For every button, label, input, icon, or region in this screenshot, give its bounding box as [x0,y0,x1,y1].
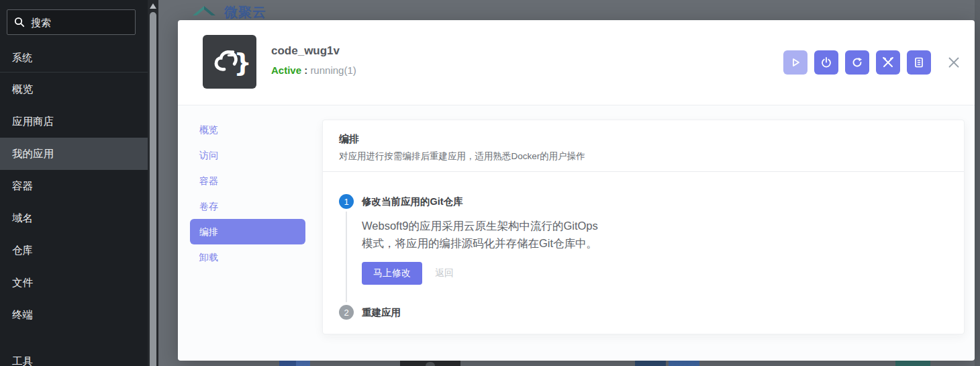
close-icon [947,56,961,69]
background-app-icon [895,361,930,366]
status-value: running(1) [310,64,356,76]
page-scrollbar[interactable] [975,0,980,366]
app-detail-modal: } code_wug1v Active : running(1) [178,20,975,361]
sidebar-item-containers[interactable]: 容器 [0,170,148,202]
sidebar: 系统 概览 应用商店 我的应用 容器 域名 仓库 文件 终端 工具 [0,0,148,366]
step-1-description-line-2: 模式，将应用的编排源码化并存储在Git仓库中。 [362,234,948,252]
brand-logo: 微聚云 [191,3,266,21]
orchestration-panel: 编排 对应用进行按需编排后重建应用，适用熟悉Docker的用户操作 1 修改当前… [322,120,965,334]
sidebar-menu: 概览 应用商店 我的应用 容器 域名 仓库 文件 终端 工具 [0,73,148,366]
scroll-up-arrow-icon[interactable] [150,3,156,9]
tools-button[interactable] [876,50,900,75]
restart-app-button[interactable] [845,50,869,75]
svg-text:}: } [234,48,251,77]
close-modal-button[interactable] [946,55,961,70]
stop-app-button[interactable] [814,50,838,75]
sidebar-item-myapps[interactable]: 我的应用 [0,138,148,170]
step-2-badge: 2 [339,305,354,320]
steps-area: 1 修改当前应用的Git仓库 Websoft9的应用采用云原生架构中流行的Git… [323,172,964,320]
sidebar-search[interactable] [7,9,136,35]
step-2-title: 重建应用 [362,306,401,319]
sidebar-scrollbar-thumb[interactable] [150,12,156,366]
background-app-icon [635,361,699,366]
brand-chevron-icon [191,4,217,21]
panel-header: 编排 对应用进行按需编排后重建应用，适用熟悉Docker的用户操作 [323,120,964,172]
sidebar-item-repository[interactable]: 仓库 [0,234,148,267]
modify-now-button[interactable]: 马上修改 [362,262,422,285]
tab-overview[interactable]: 概览 [190,117,305,142]
step-1-badge: 1 [339,194,354,209]
modal-body: 概览 访问 容器 卷存 编排 卸载 编排 对应用进行按需编排后重建应用，适用熟悉… [178,105,975,360]
step-1-actions: 马上修改 返回 [362,262,948,285]
status-separator: : [301,64,310,76]
search-icon [14,17,25,28]
sidebar-divider [0,72,148,73]
restart-icon [851,56,863,68]
status-label: Active [271,64,301,76]
sidebar-scrollbar[interactable] [148,0,158,366]
panel-title: 编排 [339,133,948,146]
panel-subtitle: 对应用进行按需编排后重建应用，适用熟悉Docker的用户操作 [339,150,948,163]
sidebar-item-appstore[interactable]: 应用商店 [0,105,148,138]
tab-uninstall[interactable]: 卸载 [190,244,305,270]
sidebar-item-domains[interactable]: 域名 [0,202,148,234]
search-input[interactable] [31,17,125,28]
background-app-icon [400,361,460,366]
code-server-app-icon: } [203,35,256,89]
journal-icon [913,56,925,68]
step-2-header: 2 重建应用 [339,305,948,320]
play-icon [789,56,801,68]
modal-tab-list: 概览 访问 容器 卷存 编排 卸载 [190,117,305,270]
sidebar-section-system: 系统 [12,52,32,64]
power-icon [820,56,832,68]
back-button[interactable]: 返回 [435,267,454,279]
app-action-toolbar [777,50,965,75]
background-app-icon [279,361,310,366]
modal-header: } code_wug1v Active : running(1) [178,20,975,105]
sidebar-item-terminal[interactable]: 终端 [0,299,148,331]
step-1-description-line-1: Websoft9的应用采用云原生架构中流行的GitOps [362,217,948,234]
tab-access[interactable]: 访问 [190,142,305,168]
step-1-header: 1 修改当前应用的Git仓库 [339,194,948,209]
sidebar-item-overview[interactable]: 概览 [0,73,148,105]
start-app-button[interactable] [783,50,807,75]
sidebar-item-tools[interactable]: 工具 [0,345,148,366]
tools-icon [881,56,895,69]
step-1-title: 修改当前应用的Git仓库 [362,195,463,208]
app-status: Active : running(1) [271,64,356,76]
tab-container[interactable]: 容器 [190,168,305,193]
tab-volumes[interactable]: 卷存 [190,193,305,219]
sidebar-item-files[interactable]: 文件 [0,267,148,299]
app-name: code_wug1v [271,44,340,58]
tab-orchestration[interactable]: 编排 [190,219,305,244]
step-1-body: Websoft9的应用采用云原生架构中流行的GitOps 模式，将应用的编排源码… [346,212,948,302]
brand-name: 微聚云 [224,3,266,21]
logs-button[interactable] [907,50,931,75]
